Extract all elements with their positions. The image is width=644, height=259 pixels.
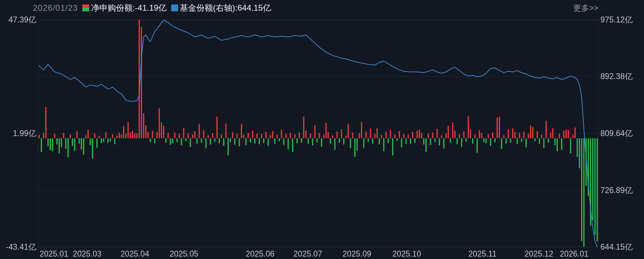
x-axis-label: 2025.04 bbox=[120, 249, 149, 259]
line-series-swatch-icon bbox=[171, 4, 178, 11]
left-axis-label: 1.99亿 bbox=[0, 128, 36, 139]
more-link[interactable]: 更多>> bbox=[573, 3, 598, 13]
left-axis-label: -43.41亿 bbox=[0, 242, 36, 252]
chart-header: 2026/01/23 净申购份额:-41.19亿 基金份额(右轴):644.15… bbox=[0, 0, 644, 16]
date-label: 2026/01/23 bbox=[33, 3, 78, 13]
x-axis-label: 2025.01 bbox=[39, 249, 68, 259]
right-axis-label: 644.15亿 bbox=[600, 242, 633, 252]
x-axis-label: 2025.12 bbox=[524, 249, 553, 259]
right-axis-label: 892.38亿 bbox=[600, 71, 633, 82]
legend-net-subscription[interactable]: 净申购份额:-41.19亿 bbox=[82, 2, 167, 13]
right-axis-label: 975.12亿 bbox=[600, 15, 633, 25]
right-axis-label: 809.64亿 bbox=[600, 128, 633, 138]
right-axis-label: 726.89亿 bbox=[600, 185, 633, 195]
legend-fund-shares-label: 基金份额(右轴):644.15亿 bbox=[180, 2, 271, 13]
x-axis-label: 2025.05 bbox=[169, 249, 198, 259]
bar-series-swatch-icon bbox=[82, 4, 89, 11]
x-axis-label: 2025.09 bbox=[342, 249, 371, 259]
x-axis-label: 2025.07 bbox=[293, 249, 322, 259]
x-axis-label: 2025.03 bbox=[73, 249, 101, 259]
legend-net-subscription-label: 净申购份额:-41.19亿 bbox=[91, 2, 167, 13]
left-axis-label: 47.39亿 bbox=[0, 15, 36, 25]
x-axis-label: 2026.01 bbox=[560, 249, 588, 259]
x-axis-label: 2025.10 bbox=[392, 249, 421, 259]
x-axis-label: 2025.06 bbox=[246, 249, 274, 259]
x-axis-label: 2025.11 bbox=[468, 249, 496, 259]
legend-fund-shares[interactable]: 基金份额(右轴):644.15亿 bbox=[171, 2, 271, 13]
fund-flow-chart-canvas[interactable] bbox=[0, 0, 644, 259]
